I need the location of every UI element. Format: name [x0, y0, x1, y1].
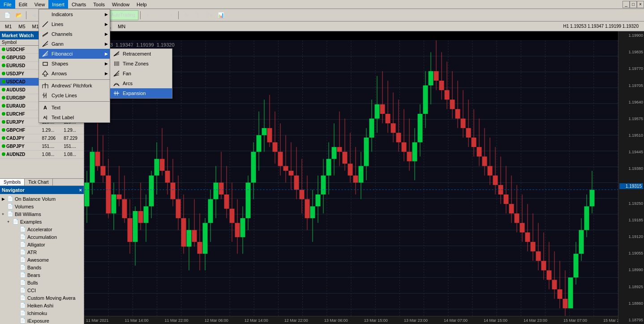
nav-item[interactable]: 📄 ATR: [0, 248, 84, 256]
menu-andrews-pitchfork[interactable]: Andrews' Pitchfork: [39, 81, 110, 91]
menu-window[interactable]: Window: [108, 0, 133, 9]
time-label: 14 Mar 07:00: [444, 318, 468, 323]
nav-item[interactable]: 📄 Bears: [0, 271, 84, 279]
close-button[interactable]: ×: [637, 1, 644, 8]
menu-help[interactable]: Help: [133, 0, 150, 9]
sep-2: [39, 101, 110, 102]
zoom-out-button[interactable]: -: [154, 10, 165, 20]
price-label: 1.18990: [619, 268, 643, 272]
menu-tools[interactable]: Tools: [90, 0, 108, 9]
menu-cycle-lines[interactable]: Cycle Lines: [39, 91, 110, 100]
grid-button[interactable]: #: [166, 10, 176, 20]
market-watch-row[interactable]: CADJPY 87.206 87.229: [0, 134, 84, 143]
price-label: 1.19770: [619, 66, 643, 71]
tab-symbols[interactable]: Symbols: [0, 179, 25, 186]
menu-bar: File Edit View Insert Charts Tools Windo…: [0, 0, 644, 9]
nav-item[interactable]: 📄 Volumes: [0, 203, 84, 210]
open-button[interactable]: 📂: [13, 10, 24, 20]
maximize-button[interactable]: □: [630, 1, 637, 8]
nav-item[interactable]: + 📄 Examples: [0, 218, 84, 225]
price-label: 1.19185: [619, 218, 643, 222]
new-chart-button[interactable]: 📄: [2, 10, 13, 20]
lines-icon: [41, 21, 50, 27]
menu-fibonacci[interactable]: Fibonacci ▶ Retracement Time Zones Fan: [39, 49, 110, 59]
tf-m5[interactable]: M5: [15, 22, 28, 30]
menu-indicators[interactable]: Indicators ▶: [39, 9, 110, 19]
svg-marker-22: [43, 71, 48, 76]
menu-arrows[interactable]: Arrows ▶: [39, 69, 110, 78]
fib-fan[interactable]: Fan: [110, 69, 172, 78]
minimize-button[interactable]: _: [623, 1, 630, 8]
nav-item[interactable]: 📄 Awesome: [0, 256, 84, 264]
mw-col-symbol: Symbol: [0, 39, 40, 45]
market-watch-tabs: Symbols Tick Chart: [0, 178, 84, 186]
price-label: 1.19900: [619, 33, 643, 38]
text-icon: A: [41, 105, 50, 110]
menu-charts[interactable]: Charts: [68, 0, 90, 9]
menu-lines[interactable]: Lines ▶: [39, 19, 110, 29]
market-watch-row[interactable]: GBPCHF 1.29... 1.29...: [0, 126, 84, 134]
price-label: 1.19055: [619, 251, 643, 255]
menu-edit[interactable]: Edit: [15, 0, 31, 9]
fib-arcs[interactable]: Arcs: [110, 78, 172, 88]
menu-shapes[interactable]: Shapes ▶: [39, 59, 110, 69]
svg-rect-21: [43, 62, 47, 65]
crosshair-button[interactable]: ✛: [180, 10, 191, 20]
back-button[interactable]: ◀: [28, 10, 39, 20]
nav-item[interactable]: 📄 Ichimoku: [0, 309, 84, 317]
menu-channels[interactable]: Channels ▶: [39, 29, 110, 39]
nav-item[interactable]: 📄 Heiken Ashi: [0, 302, 84, 309]
gann-icon: [41, 41, 50, 47]
time-label: 15 Mar 23:00: [603, 318, 618, 323]
time-label: 11 Mar 14:00: [125, 318, 149, 323]
navigator-close[interactable]: ×: [79, 187, 82, 193]
chart-button[interactable]: 📊: [215, 10, 226, 20]
period-button[interactable]: ⏱: [192, 10, 203, 20]
menu-view[interactable]: View: [31, 0, 49, 9]
menu-gann[interactable]: Gann ▶: [39, 39, 110, 49]
nav-item[interactable]: 📄 Accelerator: [0, 225, 84, 233]
market-watch-row[interactable]: AUDNZD 1.08... 1.08...: [0, 151, 84, 159]
menu-text[interactable]: A Text: [39, 103, 110, 112]
navigator: Navigator × ▶ 📄 On Balance Volum 📄 Volum…: [0, 186, 84, 324]
price-label: 1.19705: [619, 83, 643, 88]
nav-item[interactable]: ▶ 📄 On Balance Volum: [0, 195, 84, 203]
time-label: 13 Mar 06:00: [324, 318, 348, 323]
nav-item[interactable]: 📄 Bulls: [0, 279, 84, 286]
nav-item[interactable]: 📄 Accumulation: [0, 233, 84, 241]
navigator-header: Navigator ×: [0, 186, 84, 194]
svg-line-1: [43, 32, 48, 36]
fib-expansion[interactable]: Expansion: [110, 88, 172, 98]
nav-item[interactable]: 📄 Custom Moving Avera: [0, 294, 84, 302]
window-controls: _ □ ×: [623, 1, 644, 8]
menu-file[interactable]: File: [0, 0, 15, 9]
time-label: 12 Mar 14:00: [245, 318, 268, 323]
market-watch-row[interactable]: GBPJPY 151.... 151....: [0, 143, 84, 151]
expansion-icon: [112, 90, 121, 96]
pitchfork-icon: [41, 82, 50, 89]
zoom-in-button[interactable]: +: [142, 10, 153, 20]
price-label: 1.19120: [619, 234, 643, 239]
shapes-icon: [41, 60, 50, 67]
tf-m1[interactable]: M1: [2, 22, 15, 30]
fib-time-zones[interactable]: Time Zones: [110, 59, 172, 69]
template-button[interactable]: T▾: [204, 10, 215, 20]
nav-item[interactable]: 📄 Alligator: [0, 241, 84, 248]
insert-menu: Indicators ▶ Lines ▶ Channels ▶ Gann ▶ F…: [39, 9, 110, 123]
menu-text-label[interactable]: A| Text Label: [39, 112, 110, 122]
time-label: 13 Mar 15:00: [364, 318, 388, 323]
price-label: 1.18860: [619, 301, 643, 306]
tf-mn[interactable]: MN: [115, 22, 129, 30]
price-label: 1.19835: [619, 50, 643, 54]
nav-item[interactable]: 📄 Bands: [0, 264, 84, 271]
time-label: 14 Mar 23:00: [524, 318, 547, 323]
nav-item[interactable]: 📄 iExposure: [0, 317, 84, 324]
nav-item[interactable]: + 📄 Bill Williams: [0, 210, 84, 218]
time-label: 12 Mar 22:00: [284, 318, 308, 323]
fib-retracement[interactable]: Retracement: [110, 49, 172, 59]
tab-tick-chart[interactable]: Tick Chart: [25, 179, 52, 186]
nav-item[interactable]: 📄 CCI: [0, 286, 84, 294]
price-label: 1.18795: [619, 318, 643, 322]
menu-insert[interactable]: Insert: [48, 0, 68, 9]
chart-info: H1 1.19253 1.19347 1.19199 1.19320: [560, 24, 643, 29]
